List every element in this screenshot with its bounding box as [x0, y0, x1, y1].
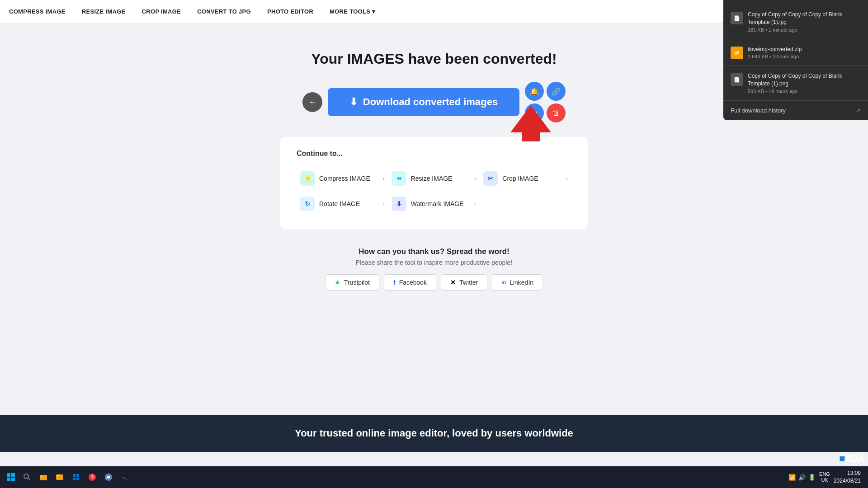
twitter-label: Twitter: [459, 279, 478, 286]
spread-title: How can you thank us? Spread the word!: [325, 247, 543, 256]
chrome-icon: [104, 473, 113, 481]
svg-rect-12: [76, 474, 79, 477]
notification-button[interactable]: 🔔: [525, 82, 544, 101]
link-button[interactable]: 🔗: [547, 82, 566, 101]
svg-text:?: ?: [91, 474, 94, 480]
history-link-text: Full download history: [731, 107, 786, 114]
folder-icon-2: 📁: [731, 47, 743, 59]
panel-file-meta-2: 1,644 KB • 3 hours ago: [748, 54, 802, 59]
facebook-label: Facebook: [399, 279, 427, 286]
svg-rect-13: [73, 478, 75, 480]
trusted-text: Your trusted online image editor, loved …: [295, 427, 573, 439]
tool-watermark[interactable]: ⬇ Watermark IMAGE ›: [388, 191, 480, 216]
chevron-right-icon-3: ›: [566, 175, 568, 182]
taskbar-search[interactable]: [20, 470, 34, 484]
battery-icon: 🔋: [808, 474, 816, 481]
tool-rotate[interactable]: ↻ Rotate IMAGE ›: [297, 191, 388, 216]
rotate-icon: ↻: [300, 197, 315, 211]
spread-section: How can you thank us? Spread the word! P…: [325, 247, 543, 291]
clock-date: 2024/08/21: [834, 477, 861, 485]
taskbar-chrome[interactable]: [101, 470, 116, 484]
linkedin-icon: in: [501, 280, 506, 285]
tool-crop-label: Crop IMAGE: [502, 175, 538, 182]
taskbar-help[interactable]: ?: [85, 470, 99, 484]
download-button[interactable]: ⬇ Download converted images: [328, 88, 519, 116]
bell-icon: 🔔: [530, 87, 539, 96]
download-icon: ⬇: [349, 96, 358, 108]
link-icon: 🔗: [552, 87, 561, 96]
chevron-right-icon-5: ›: [474, 201, 476, 207]
tool-row-1: ⚡ Compress IMAGE › ⇔ Resize IMAGE › ✂ Cr…: [297, 166, 571, 191]
speaker-icon: 🔊: [798, 474, 806, 481]
tool-crop[interactable]: ✂ Crop IMAGE ›: [480, 166, 571, 191]
tool-compress[interactable]: ⚡ Compress IMAGE ›: [297, 166, 388, 191]
linkedin-button[interactable]: in LinkedIn: [492, 274, 543, 291]
nav-convert[interactable]: CONVERT TO JPG: [197, 8, 251, 15]
panel-file-meta-3: 560 KB • 19 hours ago: [748, 89, 861, 94]
taskbar-store[interactable]: [69, 470, 83, 484]
svg-line-6: [28, 478, 30, 480]
full-history-link[interactable]: Full download history ↗: [723, 103, 868, 120]
trustpilot-button[interactable]: ★ Trustpilot: [325, 274, 379, 291]
explorer-icon: [56, 473, 64, 481]
taskbar: ? >_ 📶 🔊 🔋 ENGUK 13:09 2024/08/21: [0, 466, 868, 488]
file-manager-icon: [39, 473, 47, 481]
panel-divider-1: [723, 39, 868, 39]
clock-time: 13:09: [834, 469, 861, 477]
windows-icon: [6, 473, 15, 482]
svg-rect-14: [76, 478, 79, 480]
tool-watermark-label: Watermark IMAGE: [411, 200, 464, 207]
taskbar-file-manager[interactable]: [36, 470, 51, 484]
trustpilot-label: Trustpilot: [344, 279, 370, 286]
external-link-icon: ↗: [856, 107, 861, 113]
svg-rect-9: [56, 474, 63, 480]
twitter-button[interactable]: ✕ Twitter: [441, 274, 487, 291]
delete-button[interactable]: 🗑: [547, 103, 566, 122]
taskbar-terminal[interactable]: >_: [118, 470, 132, 484]
taskbar-language: ENGUK: [819, 471, 830, 483]
panel-file-meta-1: 181 KB • 1 minute ago: [748, 27, 861, 33]
taskbar-right: 📶 🔊 🔋 ENGUK 13:09 2024/08/21: [785, 469, 864, 485]
chevron-right-icon-4: ›: [382, 201, 384, 207]
panel-item-3[interactable]: 📄 Copy of Copy of Copy of Copy of Blank …: [723, 68, 868, 99]
chevron-right-icon: ›: [382, 175, 384, 182]
back-arrow-icon: ←: [308, 98, 316, 107]
svg-rect-11: [73, 474, 75, 477]
nav-resize[interactable]: RESIZE IMAGE: [82, 8, 126, 15]
nav-crop[interactable]: CROP IMAGE: [142, 8, 181, 15]
start-button[interactable]: [4, 470, 18, 484]
refresh-button[interactable]: ↻: [525, 103, 544, 122]
svg-rect-1: [7, 473, 10, 477]
tool-resize[interactable]: ⇔ Resize IMAGE ›: [388, 166, 480, 191]
panel-file-name-1: Copy of Copy of Copy of Copy of Blank Te…: [748, 11, 861, 26]
compress-icon: ⚡: [300, 171, 315, 186]
trusted-section: Your trusted online image editor, loved …: [0, 415, 868, 452]
nav-photo[interactable]: PHOTO EDITOR: [267, 8, 313, 15]
download-row: ← ⬇ Download converted images 🔔 🔗 ↻ 🗑: [302, 82, 566, 122]
tool-rotate-label: Rotate IMAGE: [319, 200, 360, 207]
facebook-button[interactable]: f Facebook: [384, 274, 436, 291]
action-cluster: 🔔 🔗 ↻ 🗑: [525, 82, 566, 122]
nav-compress[interactable]: COMPRESS IMAGE: [9, 8, 66, 15]
back-button[interactable]: ←: [302, 92, 322, 112]
help-icon: ?: [88, 473, 96, 481]
panel-item-2[interactable]: 📁 iloveimg-converted.zip 1,644 KB • 3 ho…: [723, 41, 868, 64]
taskbar-system-icons: 📶 🔊 🔋: [788, 474, 816, 481]
file-icon-1: 📄: [731, 12, 743, 24]
taskbar-explorer[interactable]: [52, 470, 67, 484]
chevron-right-icon-2: ›: [474, 175, 476, 182]
chevron-down-icon: ▾: [372, 8, 375, 15]
nav-more[interactable]: MORE TOOLS ▾: [330, 8, 375, 15]
tool-resize-label: Resize IMAGE: [411, 175, 453, 182]
svg-rect-7: [40, 475, 47, 480]
svg-rect-8: [40, 476, 43, 477]
panel-file-name-3: Copy of Copy of Copy of Copy of Blank Te…: [748, 72, 861, 88]
facebook-icon: f: [393, 279, 396, 286]
panel-item-1[interactable]: 📄 Copy of Copy of Copy of Copy of Blank …: [723, 6, 868, 37]
panel-divider-2: [723, 66, 868, 66]
panel-item-2-info: iloveimg-converted.zip 1,644 KB • 3 hour…: [748, 46, 802, 60]
svg-point-5: [24, 474, 28, 479]
terminal-icon: >_: [121, 473, 129, 481]
svg-rect-10: [57, 475, 60, 476]
trustpilot-icon: ★: [335, 279, 340, 286]
